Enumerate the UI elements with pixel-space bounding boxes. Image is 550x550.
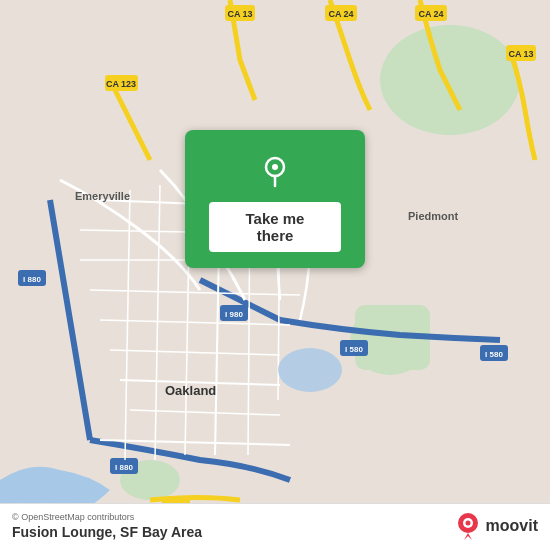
bottom-left-info: © OpenStreetMap contributors Fusion Loun… bbox=[12, 512, 202, 540]
svg-point-1 bbox=[380, 25, 520, 135]
map-container: CA 13 CA 24 CA 24 CA 13 CA 123 I 880 I 8… bbox=[0, 0, 550, 550]
svg-text:CA 123: CA 123 bbox=[106, 79, 136, 89]
svg-point-45 bbox=[278, 348, 342, 392]
bottom-bar: © OpenStreetMap contributors Fusion Loun… bbox=[0, 503, 550, 550]
svg-text:I 880: I 880 bbox=[115, 463, 133, 472]
svg-point-48 bbox=[272, 164, 278, 170]
take-me-there-card: Take me there bbox=[185, 130, 365, 268]
moovit-icon bbox=[454, 512, 482, 540]
location-name: Fusion Lounge, SF Bay Area bbox=[12, 524, 202, 540]
svg-text:CA 24: CA 24 bbox=[418, 9, 443, 19]
svg-text:CA 24: CA 24 bbox=[328, 9, 353, 19]
take-me-there-button[interactable]: Take me there bbox=[209, 202, 341, 252]
svg-point-51 bbox=[465, 521, 470, 526]
svg-text:CA 13: CA 13 bbox=[508, 49, 533, 59]
svg-text:I 580: I 580 bbox=[345, 345, 363, 354]
svg-text:I 580: I 580 bbox=[485, 350, 503, 359]
svg-text:I 980: I 980 bbox=[225, 310, 243, 319]
moovit-text: moovit bbox=[486, 517, 538, 535]
location-pin-icon bbox=[255, 150, 295, 190]
svg-text:Emeryville: Emeryville bbox=[75, 190, 130, 202]
svg-text:I 880: I 880 bbox=[23, 275, 41, 284]
moovit-logo: moovit bbox=[454, 512, 538, 540]
svg-text:Oakland: Oakland bbox=[165, 383, 216, 398]
svg-text:Piedmont: Piedmont bbox=[408, 210, 458, 222]
svg-text:CA 13: CA 13 bbox=[227, 9, 252, 19]
copyright-text: © OpenStreetMap contributors bbox=[12, 512, 202, 522]
